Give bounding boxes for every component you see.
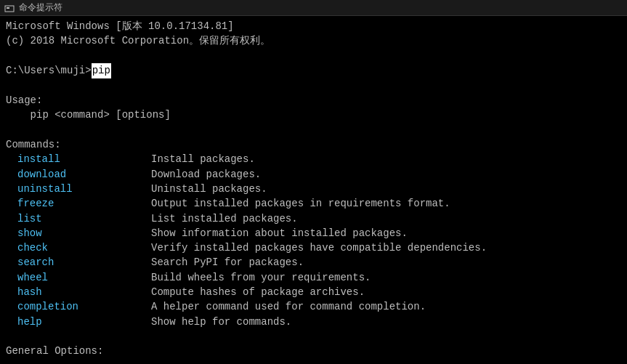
command-name: wheel — [6, 270, 151, 285]
title-bar: 命令提示符 — [0, 0, 627, 16]
command-name: help — [6, 315, 151, 329]
prompt-line: C:\Users\muji>pip — [6, 63, 621, 78]
command-desc: Show information about installed package… — [151, 226, 621, 240]
general-options-label: General Options: — [6, 344, 621, 358]
command-name: search — [6, 255, 151, 270]
command-desc: Compute hashes of package archives. — [151, 285, 621, 299]
command-name: hash — [6, 285, 151, 299]
command-desc: Output installed packages in requirement… — [151, 196, 621, 211]
command-desc: Install packages. — [151, 152, 621, 166]
command-desc: Download packages. — [151, 167, 621, 182]
command-desc: Build wheels from your requirements. — [151, 270, 621, 285]
command-name: completion — [6, 299, 151, 314]
command-desc: Search PyPI for packages. — [151, 255, 621, 270]
command-desc: Show help for commands. — [151, 315, 621, 329]
usage-content: pip <command> [options] — [6, 108, 621, 122]
command-name: show — [6, 226, 151, 240]
title-bar-text: 命令提示符 — [19, 1, 62, 14]
usage-label: Usage: — [6, 93, 621, 108]
prompt-text: C:\Users\muji> — [6, 63, 92, 78]
command-name: list — [6, 211, 151, 226]
terminal-body: Microsoft Windows [版本 10.0.17134.81] (c)… — [0, 16, 627, 362]
commands-label: Commands: — [6, 137, 621, 152]
command-name: download — [6, 167, 151, 182]
command-desc: A helper command used for command comple… — [151, 299, 621, 314]
title-bar-icon — [4, 3, 15, 13]
copyright-line: (c) 2018 Microsoft Corporation。保留所有权利。 — [6, 33, 621, 48]
command-name: freeze — [6, 196, 151, 211]
command-desc: List installed packages. — [151, 211, 621, 226]
command-name: install — [6, 152, 151, 166]
command-desc: Verify installed packages have compatibl… — [151, 240, 621, 255]
command-input: pip — [92, 63, 111, 78]
windows-version-line: Microsoft Windows [版本 10.0.17134.81] — [6, 19, 621, 33]
command-desc: Uninstall packages. — [151, 182, 621, 196]
svg-rect-2 — [7, 7, 9, 9]
commands-table: installInstall packages.downloadDownload… — [6, 152, 621, 329]
command-name: uninstall — [6, 182, 151, 196]
command-name: check — [6, 240, 151, 255]
